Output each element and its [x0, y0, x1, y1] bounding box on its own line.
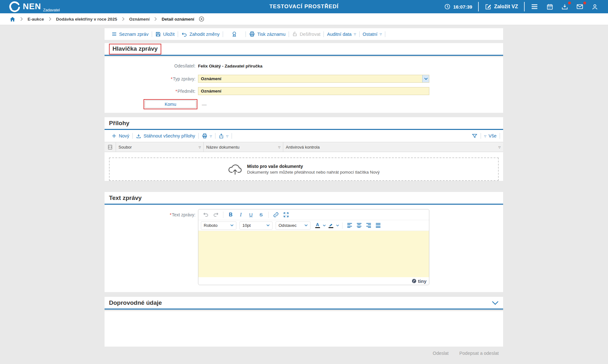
recipient-row: Komu —: [105, 99, 503, 109]
user-icon: [592, 3, 598, 10]
subject-input[interactable]: Oznámení: [198, 87, 429, 95]
save-label: Uložit: [163, 32, 175, 37]
breadcrumb-item-oznameni[interactable]: Oznámení: [129, 17, 150, 22]
create-vz-button[interactable]: Založit VZ: [481, 0, 522, 13]
breadcrumb-item-eaukce[interactable]: E-aukce: [28, 17, 44, 22]
italic-button[interactable]: I: [236, 210, 246, 219]
user-button[interactable]: [587, 0, 602, 13]
strikethrough-button[interactable]: S: [256, 210, 266, 219]
filter-triangle-icon[interactable]: ▽: [199, 146, 201, 149]
mail-button[interactable]: [572, 0, 587, 13]
message-type-select[interactable]: Oznámení: [198, 75, 429, 83]
send-button[interactable]: Odeslat: [433, 351, 449, 356]
other-label: Ostatní: [363, 32, 378, 37]
recipient-button[interactable]: Komu: [145, 100, 196, 108]
editor-toolbar-row2: Roboto 10pt Odstavec: [198, 220, 429, 231]
column-header-soubor[interactable]: Soubor ▽: [116, 142, 204, 152]
message-list-label: Seznam zpráv: [119, 32, 149, 37]
highlight-menu-chevron[interactable]: [335, 225, 340, 227]
logo-text: NEN: [23, 2, 41, 10]
underline-button[interactable]: U: [246, 210, 256, 219]
editor-content-area[interactable]: [198, 231, 429, 277]
filter-triangle-icon[interactable]: ▽: [278, 146, 280, 149]
align-center-button[interactable]: [355, 221, 363, 230]
align-left-button[interactable]: [345, 221, 354, 230]
attachments-dropzone[interactable]: Místo pro vaše dokumenty Dokumenty sem m…: [109, 157, 499, 181]
header-divider: [524, 2, 525, 11]
message-header-form: Odesílatel: Felix Okátý - Zadavatel přír…: [105, 57, 503, 113]
inbox-button[interactable]: [557, 0, 572, 13]
dropdown-triangle-icon: ▽: [226, 135, 228, 138]
close-icon[interactable]: [199, 16, 204, 22]
filter-all-button[interactable]: ▽ Vše: [481, 133, 500, 138]
required-asterisk: *: [176, 89, 177, 94]
sign-and-send-button[interactable]: Podepsat a odeslat: [459, 351, 499, 356]
breadcrumb: E-aukce Dodávka elektřiny v roce 2025 Oz…: [0, 13, 608, 25]
calendar-button[interactable]: [542, 0, 557, 13]
required-asterisk: *: [170, 212, 171, 217]
column-header-antivir[interactable]: Antivirová kontrola ▽: [283, 142, 503, 152]
toolbar-divider: [500, 133, 500, 139]
highlight-color-button[interactable]: [327, 221, 335, 230]
download-all-button[interactable]: Stáhnout všechny přílohy: [133, 133, 198, 139]
editor-divider: [223, 212, 223, 218]
filter-triangle-icon[interactable]: ▽: [498, 146, 501, 149]
sender-row: Odesílatel: Felix Okátý - Zadavatel přír…: [105, 63, 503, 68]
undo-icon[interactable]: [201, 210, 210, 219]
align-right-button[interactable]: [364, 221, 373, 230]
section-header-hlavicka: Hlavička zprávy: [105, 43, 503, 56]
new-attachment-label: Nový: [119, 133, 129, 138]
collapse-chevron-icon[interactable]: [492, 301, 499, 305]
chevron-right-icon: [48, 17, 52, 21]
decrypt-button: Dešifrovat: [289, 31, 323, 37]
chevron-right-icon: [122, 17, 125, 21]
column-chooser-button[interactable]: [105, 142, 116, 152]
annotation-box-komu: Komu: [144, 99, 197, 109]
link-icon[interactable]: [271, 210, 281, 219]
print-attachments-button[interactable]: ▽: [199, 133, 215, 139]
breadcrumb-item-detail[interactable]: Detail oznámení: [162, 17, 194, 22]
home-icon[interactable]: [10, 16, 16, 22]
audit-data-button[interactable]: Auditní data ▽: [324, 32, 359, 37]
attachments-toolbar: Nový Stáhnout všechny přílohy ▽: [105, 130, 503, 142]
chevron-down-icon: [304, 224, 308, 227]
new-attachment-button[interactable]: Nový: [108, 133, 132, 138]
other-button[interactable]: Ostatní ▽: [360, 32, 385, 37]
annotation-box-hlavicka: Hlavička zprávy: [109, 44, 161, 54]
message-list-button[interactable]: Seznam zpráv: [108, 31, 152, 37]
save-button[interactable]: Uložit: [152, 31, 178, 37]
font-size-select[interactable]: 10pt: [240, 221, 272, 230]
richtext-editor: B I U S: [198, 209, 429, 285]
edit-icon: [485, 3, 491, 10]
section-header-doprovodne: Doprovodné údaje: [105, 297, 503, 310]
font-family-select[interactable]: Roboto: [201, 221, 236, 230]
recipient-empty-value: —: [202, 102, 207, 107]
subject-row: *Předmět: Oznámení: [105, 87, 503, 95]
nen-logo[interactable]: NEN Zadavatel: [9, 1, 60, 12]
breadcrumb-item-zakazka[interactable]: Dodávka elektřiny v roce 2025: [56, 17, 117, 22]
text-color-button[interactable]: A: [314, 221, 321, 230]
subject-label: *Předmět:: [105, 89, 198, 94]
dropzone-title: Místo pro vaše dokumenty: [247, 164, 380, 169]
select-dropdown-button[interactable]: [422, 75, 429, 82]
sender-label: Odesílatel:: [105, 63, 198, 68]
discard-changes-button[interactable]: Zahodit změny: [178, 31, 223, 37]
bold-button[interactable]: B: [226, 210, 235, 219]
print-record-button[interactable]: Tisk záznamu: [246, 31, 289, 37]
filter-button[interactable]: [469, 133, 481, 139]
envelope-icon: [576, 3, 583, 10]
current-time: 16:07:39: [453, 4, 472, 10]
clock-icon: [444, 3, 451, 10]
attachments-table-header: Soubor ▽ Název dokumentu ▽ Antivirová ko…: [105, 142, 503, 152]
create-vz-label: Založit VZ: [494, 4, 518, 10]
fullscreen-icon[interactable]: [281, 210, 291, 219]
redo-icon[interactable]: [211, 210, 221, 219]
column-header-nazev[interactable]: Název dokumentu ▽: [204, 142, 283, 152]
menu-button[interactable]: [527, 0, 542, 13]
seal-button[interactable]: [223, 31, 246, 37]
paragraph-format-select[interactable]: Odstavec: [276, 221, 310, 230]
seal-icon: [231, 31, 237, 37]
text-color-menu-chevron[interactable]: [322, 225, 326, 227]
export-button[interactable]: ▽: [215, 133, 232, 139]
align-justify-button[interactable]: [374, 221, 382, 230]
